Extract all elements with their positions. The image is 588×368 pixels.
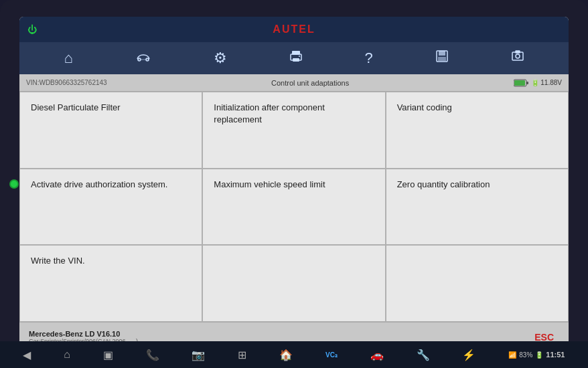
- svg-rect-8: [438, 57, 446, 61]
- voltage-value: 🔋 11.88V: [531, 79, 562, 86]
- svg-rect-4: [293, 58, 299, 62]
- page-title: Control unit adaptations: [271, 79, 349, 87]
- brand-name: AUTEL: [273, 23, 315, 35]
- nav-apps-icon[interactable]: ▣: [103, 349, 113, 361]
- nav-tools-icon[interactable]: 🔧: [417, 349, 430, 361]
- svg-point-5: [299, 56, 300, 57]
- voltage-display: 🔋 11.88V: [514, 79, 562, 87]
- power-indicator-area: [9, 179, 19, 189]
- svg-point-10: [516, 54, 520, 58]
- screen: ⏻ AUTEL ⌂ ⚙: [19, 17, 569, 351]
- nav-bolt-icon[interactable]: ⚡: [462, 349, 475, 361]
- help-icon[interactable]: ?: [359, 47, 378, 70]
- battery-percent: 83%: [519, 351, 532, 359]
- grid-cell-empty-1: [202, 245, 385, 322]
- svg-rect-14: [526, 82, 528, 84]
- cell-text-initialization: Initialization after component replaceme…: [214, 102, 374, 126]
- nav-phone-icon[interactable]: 📞: [146, 349, 159, 361]
- nav-home2-icon[interactable]: 🏠: [279, 349, 293, 361]
- print-icon[interactable]: [284, 47, 308, 70]
- svg-rect-11: [516, 51, 520, 53]
- cell-text-variant-coding: Variant coding: [397, 102, 452, 114]
- svg-rect-9: [512, 52, 523, 60]
- device-name: Mercedes-Benz LD V16.10: [29, 330, 138, 338]
- nav-car2-icon[interactable]: 🚗: [370, 349, 384, 361]
- nav-back-icon[interactable]: ◀: [23, 349, 31, 361]
- wifi-icon: 📶: [508, 351, 516, 359]
- vin-display: VIN:WDB90663325762143: [26, 79, 107, 86]
- brand-bar: ⏻ AUTEL: [19, 17, 569, 42]
- grid-cell-max-speed[interactable]: Maximum vehicle speed limit: [202, 169, 385, 246]
- grid-cell-zero-quantity[interactable]: Zero quantity calibration: [386, 169, 569, 246]
- cell-text-write-vin: Write the VIN.: [31, 255, 85, 267]
- tablet-frame: ⏻ AUTEL ⌂ ⚙: [0, 0, 588, 368]
- cell-text-diesel-particulate-filter: Diesel Particulate Filter: [31, 102, 121, 114]
- grid-cell-activate-drive-auth[interactable]: Activate drive authorization system.: [19, 169, 202, 246]
- screenshot-icon[interactable]: [506, 47, 530, 70]
- status-bar: VIN:WDB90663325762143 Control unit adapt…: [19, 74, 569, 92]
- nav-home-icon[interactable]: ⌂: [64, 349, 70, 361]
- cell-text-activate-drive-auth: Activate drive authorization system.: [31, 179, 167, 191]
- home-icon[interactable]: ⌂: [58, 47, 78, 70]
- settings-icon[interactable]: ⚙: [208, 47, 232, 70]
- power-led: [9, 179, 19, 189]
- content-grid: Diesel Particulate Filter Initialization…: [19, 92, 569, 322]
- time-display: 11:51: [546, 351, 565, 359]
- cell-text-max-speed: Maximum vehicle speed limit: [214, 179, 325, 191]
- cell-text-zero-quantity: Zero quantity calibration: [397, 179, 490, 191]
- grid-cell-write-vin[interactable]: Write the VIN.: [19, 245, 202, 322]
- grid-cell-variant-coding[interactable]: Variant coding: [386, 92, 569, 169]
- save-icon[interactable]: [430, 47, 454, 70]
- grid-cell-diesel-particulate-filter[interactable]: Diesel Particulate Filter: [19, 92, 202, 169]
- svg-rect-13: [514, 80, 525, 86]
- grid-cell-empty-2: [386, 245, 569, 322]
- system-nav: ◀ ⌂ ▣ 📞 📷 ⊞ 🏠 VC₂ 🚗 🔧 ⚡ 📶 83% 🔋 11:51: [0, 341, 588, 368]
- system-status: 📶 83% 🔋 11:51: [508, 351, 565, 359]
- grid-cell-initialization[interactable]: Initialization after component replaceme…: [202, 92, 385, 169]
- toolbar: ⌂ ⚙ ?: [19, 42, 569, 74]
- nav-grid-icon[interactable]: ⊞: [238, 349, 246, 361]
- battery-icon: 🔋: [535, 351, 543, 359]
- nav-vc2-icon[interactable]: VC₂: [325, 351, 338, 359]
- nav-camera-icon[interactable]: 📷: [192, 349, 205, 361]
- svg-rect-7: [439, 51, 445, 56]
- power-icon: ⏻: [27, 24, 37, 35]
- car-diagnostics-icon[interactable]: [130, 47, 157, 70]
